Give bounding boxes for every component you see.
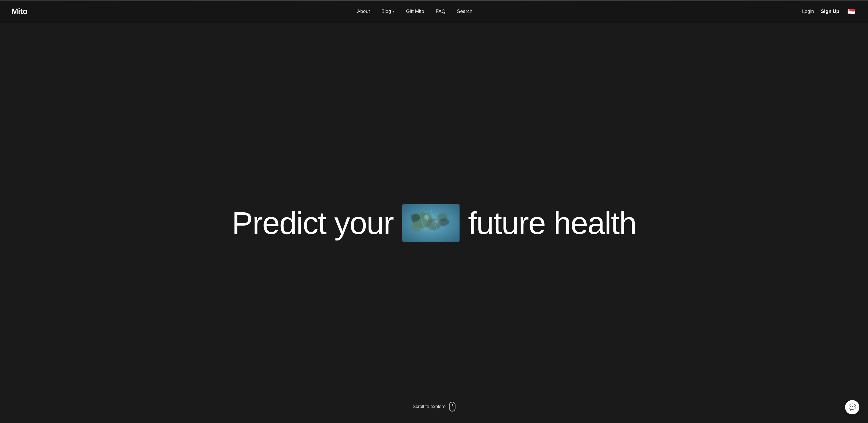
- nav-center-links: About Blog ▾ Gift Mito FAQ Search: [357, 9, 472, 14]
- hero-text-right: future health: [468, 207, 637, 239]
- navigation: Mito About Blog ▾ Gift Mito FAQ Search L…: [0, 0, 868, 23]
- top-bar: [0, 0, 868, 1]
- nav-search[interactable]: Search: [457, 9, 472, 14]
- chevron-down-icon: ▾: [393, 9, 394, 13]
- login-link[interactable]: Login: [802, 9, 814, 14]
- nav-blog[interactable]: Blog ▾: [381, 9, 394, 14]
- chat-widget[interactable]: 💬: [845, 400, 859, 414]
- hero-section: Predict your: [0, 0, 868, 423]
- hero-text-left: Predict your: [232, 207, 394, 239]
- nav-right: Login Sign Up 🇸🇬: [802, 6, 857, 17]
- country-flag[interactable]: 🇸🇬: [846, 6, 857, 17]
- signup-link[interactable]: Sign Up: [821, 9, 839, 14]
- scroll-label: Scroll to explore: [413, 404, 446, 409]
- hero-content: Predict your: [205, 204, 663, 241]
- logo[interactable]: Mito: [11, 7, 28, 16]
- hero-headline: Predict your: [232, 204, 636, 241]
- chat-icon: 💬: [848, 403, 856, 411]
- nav-faq[interactable]: FAQ: [436, 9, 445, 14]
- nav-about[interactable]: About: [357, 9, 370, 14]
- nav-gift-mito[interactable]: Gift Mito: [406, 9, 424, 14]
- hero-image-svg: [402, 204, 460, 241]
- scroll-indicator: Scroll to explore: [413, 402, 456, 412]
- scroll-mouse-icon: [449, 402, 455, 412]
- hero-image: [402, 204, 460, 241]
- svg-rect-10: [402, 204, 460, 241]
